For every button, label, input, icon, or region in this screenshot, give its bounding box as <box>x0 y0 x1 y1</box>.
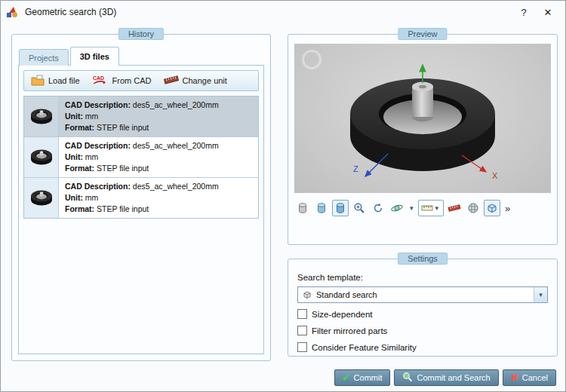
field-label: CAD Description: <box>65 100 131 109</box>
settings-group: Settings Search template: Standard searc… <box>288 259 558 357</box>
clip-box-icon[interactable] <box>484 200 500 216</box>
field-value: STEP file input <box>97 123 149 132</box>
preview-viewport[interactable]: Z X <box>294 44 551 193</box>
measure-tool-dropdown[interactable]: ▾ <box>418 200 444 216</box>
shaded-cylinder-view-icon[interactable] <box>313 200 330 216</box>
file-list: CAD Description: des5_ac_wheel_200mm Uni… <box>23 96 259 219</box>
preview-group: Preview <box>288 34 558 245</box>
file-meta: CAD Description: des5_ac_wheel_200mm Uni… <box>59 178 225 218</box>
toolbar-overflow-chevron[interactable]: » <box>505 203 510 214</box>
filter-mirrored-checkbox[interactable] <box>297 326 307 335</box>
commit-and-search-label: Commit and Search <box>417 373 490 382</box>
cancel-label: Cancel <box>522 373 548 382</box>
search-template-label: Search template: <box>297 273 363 282</box>
commit-button[interactable]: ✔ Commit <box>334 369 391 386</box>
files-tab-panel: Load file CAD From CAD <box>18 65 264 354</box>
rotate-view-icon[interactable] <box>389 200 405 216</box>
field-label: Format: <box>65 164 94 173</box>
field-label: Format: <box>65 123 94 132</box>
preview-group-label: Preview <box>398 28 447 40</box>
tab-3d-files[interactable]: 3D files <box>70 47 119 66</box>
feature-similarity-row[interactable]: Consider Feature Similarity <box>297 342 417 352</box>
search-commit-icon <box>402 372 413 384</box>
red-ruler-icon[interactable] <box>446 200 463 216</box>
load-file-icon <box>31 75 45 87</box>
x-axis-label: X <box>492 171 498 180</box>
size-dependent-row[interactable]: Size-dependent <box>297 309 373 319</box>
tab-projects[interactable]: Projects <box>19 49 69 66</box>
rotate-dropdown-icon[interactable]: ▾ <box>408 204 416 212</box>
file-meta-row: CAD Description: des5_ac_wheel_200mm <box>65 140 219 152</box>
cancel-button[interactable]: ✖ Cancel <box>503 369 556 386</box>
field-value: mm <box>85 112 99 121</box>
file-meta: CAD Description: des5_ac_wheel_200mm Uni… <box>59 137 225 177</box>
solid-cylinder-view-icon[interactable] <box>294 200 311 216</box>
commit-and-search-button[interactable]: Commit and Search <box>394 369 498 386</box>
load-file-button[interactable]: Load file <box>31 75 80 87</box>
field-value: des5_ac_wheel_200mm <box>133 141 219 150</box>
field-value: mm <box>85 193 99 202</box>
file-list-item[interactable]: CAD Description: des5_ac_wheel_200mm Uni… <box>24 96 258 137</box>
titlebar: Geometric search (3D) ? ✕ <box>1 1 565 23</box>
window-title: Geometric search (3D) <box>25 7 512 17</box>
measure-ruler-icon <box>421 204 433 213</box>
geometric-search-dialog: Geometric search (3D) ? ✕ History Projec… <box>0 0 566 392</box>
check-icon: ✔ <box>343 372 350 383</box>
feature-similarity-label: Consider Feature Similarity <box>312 343 417 352</box>
file-meta-row: Unit: mm <box>65 192 219 204</box>
file-list-item[interactable]: CAD Description: des5_ac_wheel_200mm Uni… <box>24 178 258 218</box>
field-value: des5_ac_wheel_200mm <box>133 182 219 191</box>
help-button[interactable]: ? <box>512 2 536 22</box>
filter-mirrored-label: Filter mirrored parts <box>312 326 387 335</box>
footer-buttons: ✔ Commit Commit and Search ✖ Cancel <box>334 369 556 386</box>
history-group: History Projects 3D files Load file <box>11 34 271 361</box>
field-value: STEP file input <box>97 204 149 213</box>
file-meta-row: Unit: mm <box>65 152 219 163</box>
file-toolbar: Load file CAD From CAD <box>23 70 259 91</box>
search-template-value: Standard search <box>316 290 534 299</box>
settings-group-label: Settings <box>398 253 448 265</box>
wheel-3d-model: Z X <box>294 44 551 191</box>
field-label: Unit: <box>65 152 83 161</box>
close-button[interactable]: ✕ <box>536 2 560 22</box>
app-icon <box>6 5 20 19</box>
history-group-label: History <box>118 28 164 40</box>
chevron-down-icon: ▾ <box>539 291 543 299</box>
change-unit-label: Change unit <box>183 76 227 85</box>
x-icon: ✖ <box>511 372 518 383</box>
active-cylinder-view-icon[interactable] <box>332 200 349 216</box>
field-label: CAD Description: <box>65 141 131 150</box>
chevron-down-icon: ▾ <box>433 204 441 212</box>
file-meta-row: CAD Description: des5_ac_wheel_200mm <box>65 181 219 192</box>
search-template-icon <box>303 290 312 299</box>
field-label: Unit: <box>65 193 83 202</box>
change-unit-button[interactable]: Change unit <box>164 75 227 87</box>
search-template-select[interactable]: Standard search ▾ <box>297 286 548 303</box>
file-meta-row: Unit: mm <box>65 111 219 122</box>
fit-view-icon[interactable] <box>370 200 386 216</box>
combo-dropdown-button[interactable]: ▾ <box>534 287 547 302</box>
file-meta-row: Format: STEP file input <box>65 122 219 133</box>
file-meta-row: Format: STEP file input <box>65 204 219 215</box>
wheel-thumbnail <box>24 96 59 136</box>
wheel-thumbnail <box>24 137 59 177</box>
commit-label: Commit <box>354 373 383 382</box>
from-cad-button[interactable]: CAD From CAD <box>92 75 152 87</box>
field-label: CAD Description: <box>65 182 131 191</box>
z-axis-label: Z <box>353 164 358 173</box>
file-meta: CAD Description: des5_ac_wheel_200mm Uni… <box>59 96 225 136</box>
svg-text:CAD: CAD <box>93 75 104 81</box>
size-dependent-checkbox[interactable] <box>297 309 307 319</box>
filter-mirrored-row[interactable]: Filter mirrored parts <box>297 326 387 335</box>
ruler-icon <box>164 75 179 87</box>
field-value: STEP file input <box>97 164 149 173</box>
zoom-in-icon[interactable] <box>351 200 368 216</box>
file-list-item[interactable]: CAD Description: des5_ac_wheel_200mm Uni… <box>24 137 258 178</box>
mesh-sphere-icon[interactable] <box>465 200 481 216</box>
history-tabs: Projects 3D files <box>19 47 121 66</box>
feature-similarity-checkbox[interactable] <box>297 342 307 352</box>
field-label: Format: <box>65 204 94 213</box>
cad-icon: CAD <box>92 75 109 87</box>
load-file-label: Load file <box>48 76 80 85</box>
wheel-thumbnail <box>24 178 59 218</box>
